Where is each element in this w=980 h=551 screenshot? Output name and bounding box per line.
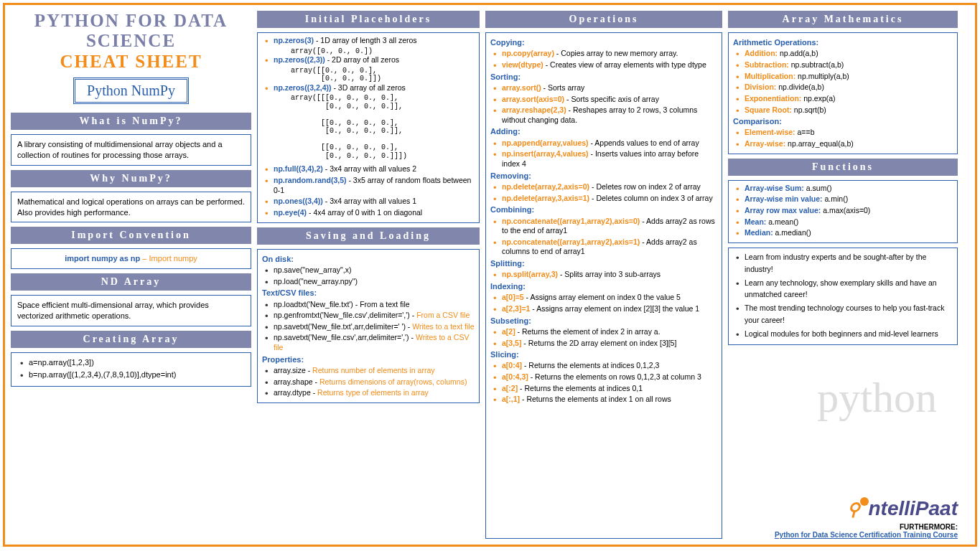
max-item: Array row max value: a.max(axis=0)	[736, 206, 953, 216]
r2c: np.delete(array,3,axis=1)	[502, 194, 589, 202]
f3l: Array row max value:	[745, 206, 821, 215]
multiplication-item: Multiplication: np.multiply(a,b)	[736, 72, 953, 82]
a1c: np.append(array,values)	[502, 138, 589, 147]
m2v: np.subtract(a,b)	[789, 60, 844, 69]
copy-item: np.copy(array) - Copies array to new mem…	[493, 49, 717, 59]
promo-4: Logical modules for both beginners and m…	[736, 328, 953, 340]
r1c: np.delete(array,2,axis=0)	[502, 182, 589, 191]
min-item: Array-wise min value: a.min()	[736, 194, 953, 204]
array-math-body: Arithmetic Operations: Addition: np.add(…	[728, 32, 958, 154]
ones-desc: - 3x4 array with all values 1	[323, 197, 416, 205]
column-1: PYTHON FOR DATA SCIENCE CHEAT SHEET Pyth…	[11, 11, 251, 539]
ones-code: np.ones((3,4))	[274, 197, 323, 205]
cb1c: np.concatenate((array1,array2),axis=0)	[502, 217, 640, 225]
m6v: np.sqrt(b)	[792, 105, 826, 114]
p1a: array.size -	[274, 366, 312, 375]
s1c: array.sort()	[502, 83, 541, 92]
size-line: array.size - Returns number of elements …	[265, 366, 475, 376]
r1d: - Deletes row on index 2 of array	[589, 182, 701, 191]
furthermore-block: FURTHERMORE: Python for Data Science Cer…	[728, 523, 958, 539]
operations-body: Copying: np.copy(array) - Copies array t…	[485, 32, 722, 539]
view-item: view(dtype) - Creates view of array elem…	[493, 60, 717, 70]
sum-item: Array-wise Sum: a.sum()	[736, 184, 953, 194]
sl2d: - Returns the elements on rows 0,1,2,3 a…	[528, 372, 701, 381]
initial-placeholders-body: np.zeros(3) - 1D array of length 3 all z…	[257, 32, 480, 223]
column-2: Initial Placeholders np.zeros(3) - 1D ar…	[257, 11, 480, 539]
savetxt-txt-line: np.savetxt('New_file.txt',arr,delimiter=…	[265, 322, 475, 332]
su2c: a[3,5]	[502, 339, 521, 347]
removing-hdr: Removing:	[490, 171, 717, 181]
f4v: a.mean()	[766, 217, 798, 226]
saving-loading-hdr: Saving and Loading	[257, 227, 480, 245]
cheat-sheet-label: CHEAT SHEET	[11, 52, 251, 72]
z1-output: array([0., 0., 0.])	[262, 47, 475, 56]
elementwise-item: Element-wise: a==b	[736, 128, 953, 138]
f5l: Median:	[745, 228, 773, 237]
promo-2: Learn any technology, show exemplary ski…	[736, 277, 953, 301]
m2l: Subtraction:	[745, 60, 789, 69]
why-numpy-body: Mathematical and logical operations on a…	[11, 192, 251, 223]
su2d: - Returns the 2D array element on index …	[521, 339, 676, 347]
i1c: a[0]=5	[502, 293, 524, 301]
sub-35-item: a[3,5] - Returns the 2D array element on…	[493, 339, 717, 349]
division-item: Division: np.divide(a,b)	[736, 83, 953, 93]
sub-2-item: a[2] - Returns the element of index 2 in…	[493, 327, 717, 337]
nd-array-body: Space efficient multi-dimensional array,…	[11, 295, 251, 326]
creating-array-hdr: Creating Array	[11, 331, 251, 348]
intellipaat-logo: ⚲ntelliPaat	[728, 497, 958, 520]
i1d: - Assigns array element on index 0 the v…	[524, 293, 681, 301]
save-line: np.save("new_array",x)	[265, 265, 475, 276]
indexing-hdr: Indexing:	[490, 281, 717, 291]
p2b: Returns dimensions of array(rows, column…	[319, 377, 467, 386]
mean-item: Mean: a.mean()	[736, 217, 953, 227]
comparison-hdr: Comparison:	[733, 116, 953, 126]
subtitle: Python NumPy	[87, 83, 175, 98]
t4a: np.savetxt('New_file.csv',arr,delimiter=…	[274, 333, 416, 342]
adding-hdr: Adding:	[490, 126, 717, 136]
f5v: a.median()	[773, 228, 811, 237]
c1d: - Copies array to new memory array.	[554, 49, 678, 57]
c1c: np.copy(array)	[502, 49, 554, 57]
page-frame: PYTHON FOR DATA SCIENCE CHEAT SHEET Pyth…	[3, 3, 977, 547]
eye-desc: - 4x4 array of 0 with 1 on diagonal	[307, 208, 422, 217]
t3b: Writes to a text file	[412, 322, 474, 331]
logo-text: ntelliPaat	[869, 497, 958, 519]
course-link[interactable]: Python for Data Science Certification Tr…	[775, 531, 958, 539]
sorting-hdr: Sorting:	[490, 72, 717, 82]
subsetting-hdr: Subseting:	[490, 316, 717, 326]
z2-desc: - 2D array of all zeros	[325, 55, 399, 64]
combining-hdr: Combining:	[490, 204, 717, 215]
slicing-hdr: Slicing:	[490, 349, 717, 359]
p3a: array.dtype -	[274, 388, 317, 397]
insert-item: np.insert(array,4,values) - Inserts valu…	[493, 149, 717, 169]
create-a: a=np.array([1,2,3])	[20, 357, 245, 368]
delete-row-item: np.delete(array,2,axis=0) - Deletes row …	[493, 182, 717, 192]
import-convention-body: import numpy as np – Import numpy	[11, 248, 251, 269]
genfromtxt-line: np.genfromtxt('New_file.csv',delimiter='…	[265, 311, 475, 321]
logo-figure-icon: ⚲	[847, 499, 860, 519]
load-line: np.load("new_array.npy")	[265, 277, 475, 287]
creating-array-body: a=np.array([1,2,3]) b=np.array([(1,2,3,4…	[11, 352, 251, 387]
t2a: np.genfromtxt('New_file.csv',delimiter='…	[274, 311, 416, 319]
splitting-hdr: Splitting:	[490, 258, 717, 268]
t2b: From a CSV file	[416, 311, 470, 319]
full-code: np.full((3,4),2)	[274, 164, 323, 173]
title-block: PYTHON FOR DATA SCIENCE CHEAT SHEET Pyth…	[11, 11, 251, 104]
z2-code: np.zeros((2,3))	[274, 55, 325, 64]
f1l: Array-wise Sum:	[745, 184, 804, 192]
dtype-line: array.dtype - Returns type of elements i…	[265, 388, 475, 398]
sqrt-item: Square Root: np.sqrt(b)	[736, 105, 953, 116]
m5l: Exponentiation:	[745, 94, 801, 103]
f2l: Array-wise min value:	[745, 194, 823, 203]
arithmetic-hdr: Arithmetic Operations:	[733, 37, 953, 47]
f1v: a.sum()	[804, 184, 832, 192]
delete-col-item: np.delete(array,3,axis=1) - Deletes colu…	[493, 194, 717, 204]
s3c: array.reshape(2,3)	[502, 105, 566, 114]
initial-placeholders-hdr: Initial Placeholders	[257, 11, 480, 28]
rand-code: np.random.rand(3,5)	[274, 176, 347, 184]
sl3c: a[:2]	[502, 384, 518, 392]
m1v: np.add(a,b)	[778, 49, 818, 57]
p3b: Returns type of elements in array	[317, 388, 429, 397]
furthermore-label: FURTHERMORE:	[900, 523, 958, 531]
sort-item: array.sort() - Sorts array	[493, 83, 717, 93]
